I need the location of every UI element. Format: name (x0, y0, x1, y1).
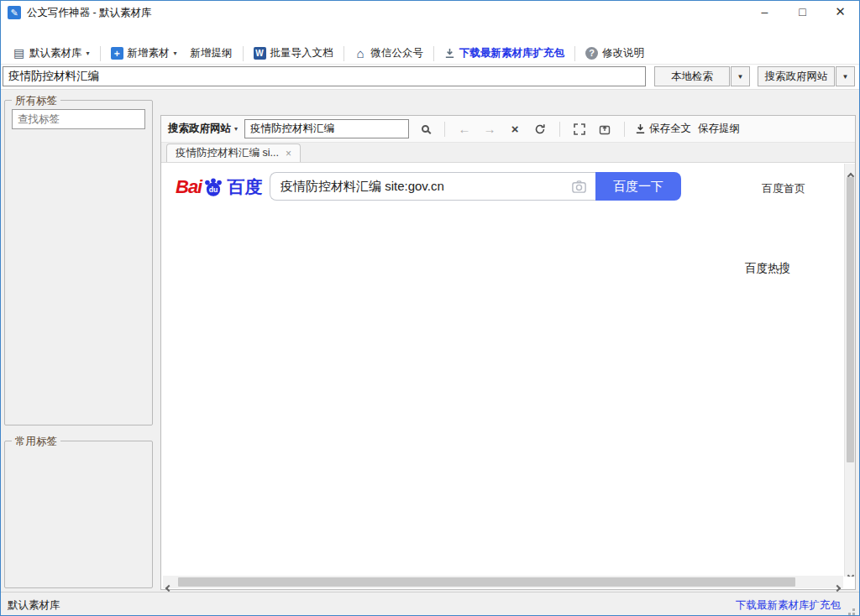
home-icon: ⌂ (354, 47, 367, 60)
fullscreen-button[interactable] (570, 120, 589, 138)
baidu-search-button[interactable]: 百度一下 (595, 172, 681, 201)
help-icon: ? (585, 47, 598, 60)
scrollbar-thumb[interactable] (847, 177, 854, 462)
divider (444, 122, 445, 137)
library-icon: ▤ (13, 47, 25, 60)
camera-icon[interactable] (571, 179, 587, 195)
chevron-down-icon: ▾ (87, 50, 90, 57)
back-button[interactable]: ← (455, 120, 474, 138)
title-bar: ✎ 公文写作神器 - 默认素材库 – □ ✕ (1, 1, 859, 24)
wechat-button[interactable]: ⌂ 微信公众号 (348, 44, 431, 63)
all-tags-title: 所有标签 (12, 94, 60, 108)
scroll-up-arrow[interactable] (847, 167, 854, 174)
baidu-home-link[interactable]: 百度首页 (762, 181, 805, 196)
stop-button[interactable]: × (506, 120, 524, 138)
close-button[interactable]: ✕ (821, 1, 859, 24)
new-material-button[interactable]: ＋ 新增素材 ▾ (104, 44, 184, 63)
new-outline-button[interactable]: 新增提纲 (184, 44, 239, 63)
all-tags-panel: 所有标签 (4, 100, 153, 425)
main-search-input[interactable] (3, 66, 646, 86)
web-search-go-button[interactable] (416, 120, 434, 138)
divider (433, 46, 434, 61)
main-tab-strip (160, 95, 856, 116)
library-switch-button[interactable]: ▤ 默认素材库 ▾ (6, 44, 97, 63)
site-select[interactable]: 搜索政府网站 ▾ (168, 122, 238, 136)
page-tab[interactable]: 疫情防控材料汇编 si... × (166, 144, 301, 162)
divider (343, 46, 344, 61)
page-vertical-scrollbar[interactable] (844, 164, 855, 577)
save-outline-button[interactable]: 保存提纲 (698, 122, 740, 136)
close-tab-icon[interactable]: × (286, 148, 291, 159)
changelog-button[interactable]: ? 修改说明 (579, 44, 651, 63)
svg-text:du: du (209, 185, 218, 194)
page-horizontal-scrollbar[interactable] (163, 576, 843, 588)
window-title: 公文写作神器 - 默认素材库 (27, 6, 152, 20)
divider (624, 122, 625, 137)
chevron-down-icon: ▾ (174, 50, 177, 57)
maximize-button[interactable]: □ (784, 1, 821, 24)
download-icon (444, 48, 455, 59)
divider (574, 46, 575, 61)
browser-toolbar: 搜索政府网站 ▾ ← → × 保存全文 (161, 116, 855, 143)
status-bar: 默认素材库 下载最新素材库扩充包 (1, 592, 859, 616)
save-full-button[interactable]: 保存全文 (635, 122, 691, 136)
status-download-link[interactable]: 下载最新素材库扩充包 (736, 598, 841, 613)
find-tags-input[interactable] (12, 109, 145, 129)
local-search-button[interactable]: 本地检索 (654, 66, 730, 86)
download-pack-link[interactable]: 下载最新素材库扩充包 (438, 44, 571, 63)
divider (243, 46, 244, 61)
chevron-down-icon: ▾ (234, 125, 238, 133)
search-icon (422, 125, 429, 133)
gov-search-button[interactable]: 搜索政府网站 (758, 66, 835, 86)
gov-search-dropdown[interactable]: ▼ (836, 66, 855, 86)
toolbar: ▤ 默认素材库 ▾ ＋ 新增素材 ▾ 新增提纲 W 批量导入文档 ⌂ 微信公众号 (1, 43, 859, 65)
hot-search-title: 百度热搜 (745, 261, 836, 276)
scroll-down-arrow[interactable] (847, 566, 854, 573)
common-tags-panel: 常用标签 (4, 441, 153, 588)
main-panel: 搜索政府网站 ▾ ← → × 保存全文 (160, 116, 856, 590)
menu-bar (1, 24, 859, 43)
baidu-paw-icon: du (202, 176, 224, 198)
baidu-search-input[interactable] (279, 179, 571, 195)
refresh-button[interactable] (531, 120, 549, 138)
app-icon: ✎ (8, 6, 21, 19)
window-controls: – □ ✕ (746, 1, 859, 24)
hot-search-panel: 百度热搜 (745, 261, 836, 286)
web-search-input[interactable] (244, 119, 409, 138)
web-page: Bai du 百度 百度一下 百度首页 百度热搜 (162, 164, 855, 577)
page-tab-bar: 疫情防控材料汇编 si... × (161, 143, 855, 163)
common-tags-title: 常用标签 (12, 435, 60, 449)
word-doc-icon: W (254, 47, 266, 60)
download-icon (635, 123, 646, 134)
batch-import-button[interactable]: W 批量导入文档 (247, 44, 340, 63)
baidu-logo[interactable]: Bai du 百度 (176, 175, 262, 199)
status-library-label: 默认素材库 (8, 598, 60, 613)
forward-button[interactable]: → (480, 120, 499, 138)
plus-icon: ＋ (111, 47, 123, 60)
resize-grip[interactable] (852, 608, 855, 611)
minimize-button[interactable]: – (746, 1, 784, 24)
scrollbar-thumb[interactable] (178, 577, 795, 587)
baidu-search-box (270, 172, 595, 201)
app-search-row: 本地检索 ▼ 搜索政府网站 ▼ (1, 65, 859, 90)
app-window: ✎ 公文写作神器 - 默认素材库 – □ ✕ ▤ 默认素材库 ▾ ＋ 新增素材 … (0, 0, 860, 616)
open-in-window-button[interactable] (595, 120, 614, 138)
divider (559, 122, 560, 137)
library-label: 默认素材库 (29, 46, 82, 60)
divider (100, 46, 101, 61)
local-search-dropdown[interactable]: ▼ (731, 66, 750, 86)
